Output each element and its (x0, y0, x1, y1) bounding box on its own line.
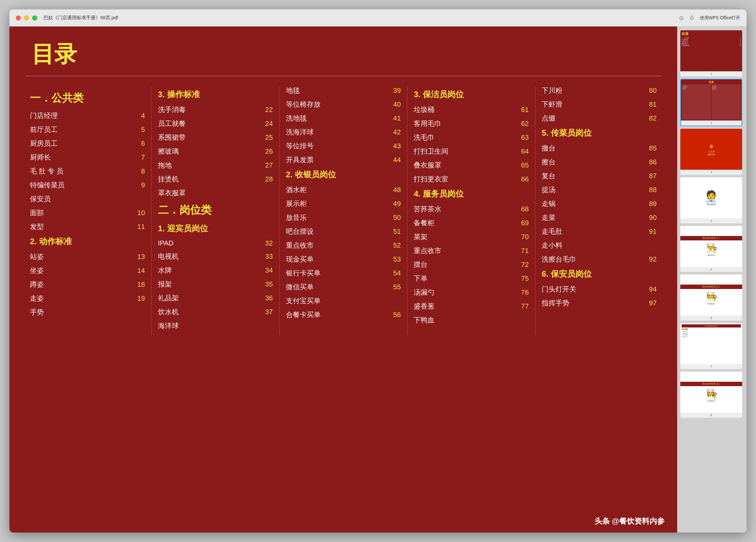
thumbnail-1[interactable]: 目录 一. 公共类4 门店经理4 前厅员工5 厨房员工6 2.动作标准12 1 (680, 30, 742, 76)
toc-item: 擦玻璃 26 (158, 147, 273, 156)
toc-item: 手势 (30, 308, 145, 317)
toc-item: 厨房员工 6 (30, 139, 145, 148)
section-header-greeter: 1. 迎宾员岗位 (158, 223, 273, 234)
toc-col-5: 下川粉 80 下虾滑 81 点缀 82 5. 传菜员岗位 撤台 85 (537, 86, 661, 335)
thumb-label-2: 2 (681, 120, 741, 125)
thumb-image-3: 🏮 公共类 传菜位表 (680, 129, 742, 170)
thumb-label-3: 3 (680, 170, 742, 175)
section-header-waiter: 4. 服务员岗位 (414, 188, 529, 199)
toc-item: 走锅 89 (542, 199, 657, 208)
toc-item: 下单 75 (414, 274, 529, 283)
toc-item: 打扫卫生间 64 (414, 147, 529, 156)
toc-item: 拖地 27 (158, 160, 273, 170)
thumbnail-sidebar[interactable]: 目录 一. 公共类4 门店经理4 前厅员工5 厨房员工6 2.动作标准12 1 … (677, 26, 747, 533)
toc-item: 坐姿 14 (30, 266, 145, 276)
toc-columns: 一．公共类 门店经理 4 前厅员工 5 厨房员工 6 厨师长 (25, 86, 661, 335)
toc-item: 洗毛巾 63 (414, 133, 529, 142)
toc-item: 点缀 82 (542, 114, 657, 123)
minimize-button[interactable] (24, 15, 29, 20)
toc-item: 支付宝买单 (286, 296, 401, 306)
toc-item: 撤台 85 (542, 143, 657, 153)
toc-item: 挂烫机 28 (158, 174, 273, 184)
pdf-viewer: 目录 一．公共类 门店经理 4 前厅员工 5 厨房员工 (9, 26, 677, 533)
thumbnail-8[interactable]: 岗位操作标准 (五) 👩‍🍳 保安标准 8 (680, 372, 742, 418)
toc-col-4: 3. 保洁员岗位 垃圾桶 61 客用毛巾 62 洗毛巾 63 打扫卫生间 (409, 86, 533, 335)
toc-item: 发型 11 (30, 222, 145, 231)
toc-item: IPAD 32 (158, 239, 273, 247)
toc-item: 等位排号 43 (286, 141, 401, 151)
toc-item: 备餐柜 69 (414, 218, 529, 228)
col-divider (279, 86, 280, 335)
toc-item: 等位椅存放 40 (286, 100, 401, 109)
maximize-button[interactable] (32, 15, 37, 20)
toc-item: 摆台 72 (414, 260, 529, 269)
thumbnail-6[interactable]: 岗位操作标准 (三) 🧑‍🍳 传菜标准 6 (680, 275, 742, 321)
close-button[interactable] (16, 15, 21, 20)
toc-item: 系围裙带 25 (158, 133, 273, 142)
share-icon[interactable]: ⎙ (690, 15, 694, 21)
toc-item: 指挥手势 97 (542, 299, 657, 308)
toc-item: 汤漏勺 76 (414, 288, 529, 297)
toc-item: 菜架 70 (414, 232, 529, 242)
toc-item: 盛香葱 77 (414, 302, 529, 311)
section-header-cleaner: 3. 保洁员岗位 (414, 89, 529, 100)
section-header-cashier: 2. 收银员岗位 (286, 169, 401, 180)
search-icon[interactable]: ⊙ (679, 15, 684, 21)
toc-item: 罩衣服罩 (158, 188, 273, 198)
col-divider (535, 86, 535, 335)
toc-item: 复台 87 (542, 171, 657, 181)
toc-item: 洗擦台毛巾 92 (542, 254, 657, 264)
toc-item: 走菜 90 (542, 213, 657, 222)
toc-item: 开具发票 44 (286, 155, 401, 165)
thumb-image-6: 岗位操作标准 (三) 🧑‍🍳 传菜标准 (680, 275, 742, 316)
toc-item: 吧台摆设 51 (286, 227, 401, 236)
thumb-image-5: 岗位操作标准 (二) 👨‍🍳 服务标准 (680, 226, 742, 267)
toc-item: 酒水柜 48 (286, 185, 401, 195)
section-header-op: 3. 操作标准 (158, 89, 273, 100)
thumbnail-3[interactable]: 🏮 公共类 传菜位表 3 (680, 129, 742, 175)
thumb-label-8: 8 (680, 413, 742, 418)
col-divider (407, 86, 407, 335)
toc-item: 洗地毯 41 (286, 114, 401, 123)
thumb-label-7: 7 (680, 364, 742, 369)
toc-item: 洗海洋球 42 (286, 127, 401, 137)
open-wps-button[interactable]: 使用WPS Office打开 (700, 15, 740, 21)
thumbnail-2[interactable]: 目录 一. 公共 门店经理 4 前厅员工 5 厨房 6 二. 岗位 迎宾员 32 (680, 79, 742, 126)
section-header-security: 6. 保安员岗位 (542, 268, 657, 280)
toc-item: 前厅员工 5 (30, 125, 145, 134)
toc-item: 走小料 (542, 241, 657, 250)
titlebar: 巴奴《门店通用标准手册》99页.pdf ⊙ ⎙ 使用WPS Office打开 (9, 9, 747, 26)
toc-item: 水牌 34 (158, 265, 273, 275)
toc-item: 报架 35 (158, 280, 273, 289)
thumbnail-4[interactable]: 🧑‍💼 岗位标准 4 (680, 177, 742, 223)
thumbnail-7[interactable]: 岗位操作标准 (四) 岗位流程 1. 准备工作 2. 服务流程 3. 注意事项 … (680, 323, 742, 369)
toc-col-2: 3. 操作标准 洗手消毒 22 员工就餐 24 系围裙带 25 擦玻璃 (153, 86, 278, 335)
section-header-position: 二．岗位类 (158, 203, 273, 217)
col-divider (151, 86, 152, 335)
thumb-label-6: 6 (680, 316, 742, 321)
toc-item: 苦荞茶水 68 (414, 204, 529, 214)
toc-item: 重点收市 71 (414, 246, 529, 255)
toc-title: 目录 (32, 39, 661, 69)
section-header-food-runner: 5. 传菜员岗位 (542, 127, 657, 138)
toc-item: 地毯 39 (286, 86, 401, 95)
toc-item: 垃圾桶 61 (414, 105, 529, 114)
toc-item: 站姿 13 (30, 252, 145, 261)
toc-item: 走毛肚 91 (542, 227, 657, 236)
toc-item: 毛 肚 专 员 8 (30, 166, 145, 176)
section-header-action: 2. 动作标准 (30, 236, 145, 247)
thumbnail-5[interactable]: 岗位操作标准 (二) 👨‍🍳 服务标准 5 (680, 226, 742, 272)
toc-item: 打扫更衣室 66 (414, 174, 529, 184)
toc-divider (25, 76, 661, 76)
section-header-public: 一．公共类 (30, 91, 145, 105)
thumb-label-1: 1 (680, 71, 742, 76)
thumb-label-4: 4 (680, 218, 742, 223)
thumb-image-2: 目录 一. 公共 门店经理 4 前厅员工 5 厨房 6 二. 岗位 迎宾员 32 (681, 79, 741, 120)
thumb-image-1: 目录 一. 公共类4 门店经理4 前厅员工5 厨房员工6 2.动作标准12 (680, 30, 742, 71)
toc-item: 微信买单 55 (286, 283, 401, 292)
toc-item: 放音乐 50 (286, 213, 401, 222)
toc-item: 门店经理 4 (30, 111, 145, 120)
toc-item: 蹲姿 18 (30, 280, 145, 289)
toc-item: 下鸭血 (414, 316, 529, 325)
traffic-lights (16, 15, 37, 20)
